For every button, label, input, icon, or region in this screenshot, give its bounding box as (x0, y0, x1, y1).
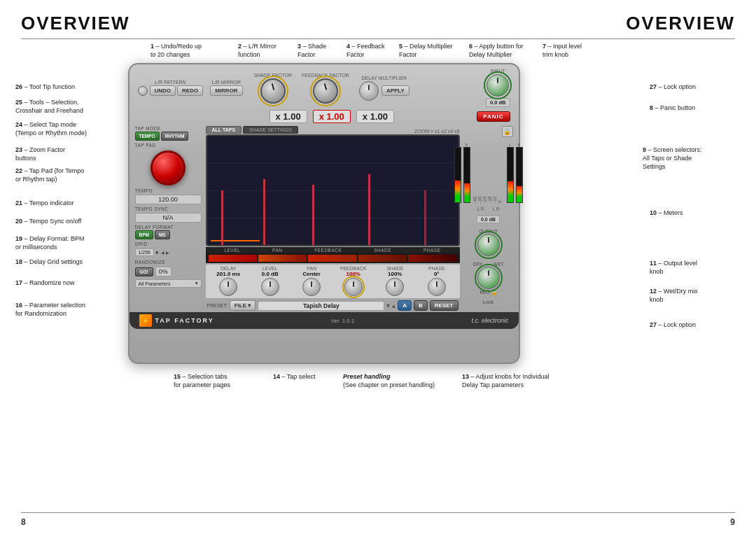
meter-r-label-2: R (518, 143, 521, 147)
phase-col-label: PHASE (424, 248, 441, 253)
meter-scale: 0-12-18-24-30-40 (472, 147, 502, 203)
header: OVERVIEW OVERVIEW (21, 13, 735, 39)
version-label: Ver. 1.0.1 (331, 318, 355, 324)
page-num-right: 9 (730, 517, 735, 527)
ann-21: 21 – Tempo indicator (15, 199, 74, 207)
tempo-sync-value: N/A (135, 213, 202, 223)
delay-mult-knob[interactable] (359, 81, 379, 101)
ann-8: 8 – Panic button (650, 104, 741, 112)
tempo-mode-button[interactable]: TEMPO (135, 132, 160, 141)
level-knob[interactable] (261, 278, 279, 296)
feedback-col-label: FEEDBACK (314, 248, 342, 253)
output-level-knob[interactable] (477, 234, 500, 256)
lock-bottom-label: Lock (483, 300, 493, 304)
lr-labels-bottom: L RL R (477, 206, 500, 211)
delay-mult-label: DELAY MULTIPLIER (361, 76, 407, 80)
main-display (206, 134, 460, 246)
ann-27-top: 27 – Lock option (650, 83, 741, 91)
wet-dry-knob[interactable] (477, 267, 500, 289)
pan-col-label: PAN (272, 248, 282, 253)
ms-button[interactable]: MS (155, 230, 170, 239)
bpm-button[interactable]: BPM (135, 230, 153, 239)
tap-pad-button[interactable] (150, 150, 186, 185)
ann-4: 4 – FeedbackFactor (346, 42, 392, 59)
reset-button[interactable]: RESET (430, 300, 458, 311)
delay-knob[interactable] (219, 278, 237, 296)
preset-label: PRESET: (207, 303, 227, 308)
ann-20: 20 – Tempo Sync on/off (15, 217, 81, 225)
input-trim-knob[interactable] (486, 74, 509, 97)
phase-knob[interactable] (428, 278, 446, 296)
tap-mode-label: TAP MODE (135, 126, 202, 131)
shade-factor-knob[interactable] (260, 78, 286, 104)
meter-l-1 (454, 147, 461, 203)
redo-button[interactable]: REDO (177, 85, 203, 96)
ann-14: 14 – Tap select (273, 372, 329, 381)
delay-format-label: DELAY FORMAT (135, 225, 202, 230)
feedback-factor-knob[interactable] (313, 78, 338, 104)
undo-button[interactable]: UNDO (150, 85, 176, 96)
shade-settings-tab[interactable]: SHADE SETTINGS (243, 126, 298, 134)
ann-6: 6 – Apply button forDelay Multiplier (469, 42, 539, 59)
meter-l-2 (507, 147, 514, 203)
annotations-container: 1 – Undo/Redo upto 20 changes 2 – L/R Mi… (0, 42, 756, 518)
feedback-knob-label: FEEDBACK (333, 266, 374, 271)
header-title-right: OVERVIEW (626, 13, 735, 34)
preset-arrows[interactable]: ▾ ▴ (386, 302, 396, 309)
meter-r-2 (516, 147, 523, 203)
shade-knob[interactable] (386, 278, 404, 296)
grid-value: 1/256 (135, 248, 155, 256)
feedback-knob[interactable] (344, 278, 363, 296)
randomize-go-button[interactable]: GO! (135, 267, 153, 276)
pan-strip (258, 255, 307, 262)
tempo-value: 120.00 (135, 195, 202, 204)
all-taps-tab[interactable]: ALL TAPS (206, 126, 242, 134)
tc-brand: t.c. electronic (471, 317, 508, 324)
apply-button[interactable]: APPLY (382, 85, 410, 96)
mult-val-1: x 1.00 (270, 110, 307, 123)
grid-arrows[interactable]: ▾ ◂ ▸ (155, 249, 169, 256)
dry-wet-labels: DRY WET (472, 262, 503, 267)
ann-26: 26 – Tool Tip function (15, 83, 75, 91)
file-button[interactable]: FILE ▾ (230, 300, 256, 311)
rhythm-mode-button[interactable]: RHYTHM (161, 132, 189, 141)
preset-a-button[interactable]: A (398, 300, 412, 311)
device: L/R PATTERN UNDO REDO L/R MIRROR MIRROR (128, 63, 520, 364)
ann-24: 24 – Select Tap mode(Tempo or Rhythm mod… (15, 120, 87, 137)
lock-top-icon[interactable]: 🔒 (502, 126, 513, 137)
brand-name: TAP FACTORY (155, 317, 214, 324)
mirror-button[interactable]: MIRROR (210, 85, 242, 96)
right-controls: 🔒 L R (464, 126, 513, 311)
brand-logo-icon: ⚡ (139, 314, 152, 327)
ann-5: 5 – Delay MultiplierFactor (399, 42, 462, 59)
ann-23: 23 – Zoom Factorbuttons (15, 146, 65, 162)
bottom-db-value: 0.0 dB (477, 216, 500, 223)
input-db-value: 0.0 dB (486, 98, 510, 107)
level-col-label: LEVEL (224, 248, 240, 253)
shade-knob-value: 100% (375, 271, 416, 277)
all-params-select[interactable]: All Parameters ▾ (135, 279, 202, 288)
ann-27-bottom: 27 – Lock option (650, 321, 741, 329)
input-label: INPUT (491, 69, 505, 73)
meter-r-1 (463, 147, 470, 203)
ann-13: 13 – Adjust knobs for IndividualDelay Ta… (462, 372, 588, 389)
pan-knob[interactable] (302, 278, 321, 296)
tempo-sync-label: TEMPO SYNC (135, 206, 202, 211)
preset-b-button[interactable]: B (414, 300, 428, 311)
ann-3: 3 – ShadeFactor (298, 42, 343, 59)
page: OVERVIEW OVERVIEW 1 – Undo/Redo upto 20 … (0, 0, 756, 534)
ann-17: 17 – Randomize now (15, 279, 75, 287)
ann-16: 16 – Parameter selectionfor Randomizatio… (15, 301, 85, 318)
phase-strip (408, 255, 456, 262)
feedback-strip (308, 255, 356, 262)
meter-l-label-2: L (509, 143, 511, 147)
ann-preset: Preset handling(See chapter on preset ha… (343, 372, 448, 389)
ann-25: 25 – Tools – Selection,Crosshair and Fre… (15, 98, 83, 115)
ann-11: 11 – Output levelknob (650, 259, 741, 276)
shade-knob-label: SHADE (375, 266, 416, 271)
mult-val-2: x 1.00 (313, 110, 351, 123)
panic-button[interactable]: PANIC (477, 111, 510, 122)
tap-pad-label: TAP PAD (135, 143, 202, 148)
tempo-label: TEMPO (135, 188, 202, 193)
device-wrapper: L/R PATTERN UNDO REDO L/R MIRROR MIRROR (126, 63, 522, 364)
